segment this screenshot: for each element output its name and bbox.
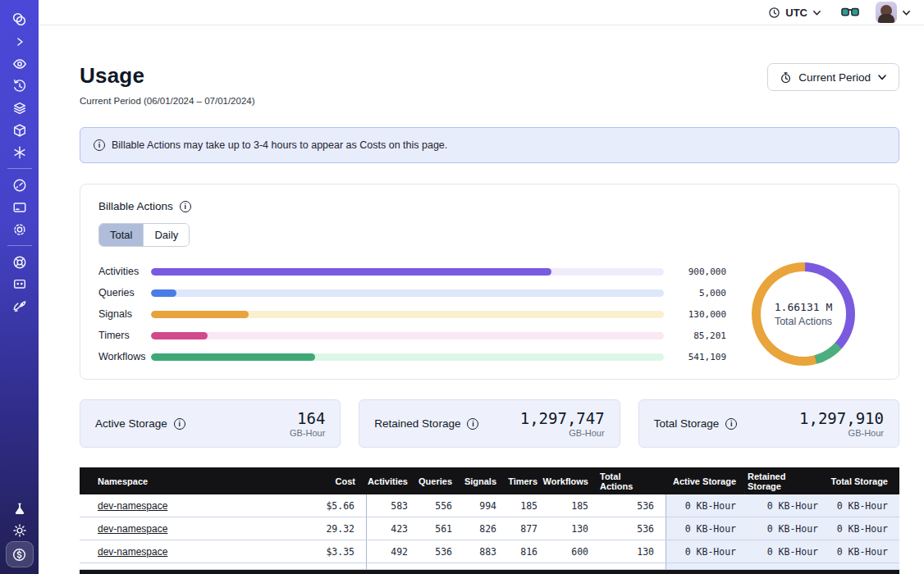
docs-monitor-icon[interactable]: [7, 273, 33, 295]
col-signals: Signals: [464, 476, 508, 486]
sidebar: [0, 0, 39, 574]
bar-label: Timers: [98, 330, 151, 341]
gauge-icon[interactable]: [7, 174, 33, 196]
topbar: UTC: [39, 0, 924, 25]
cell-timers: 877: [508, 517, 549, 540]
cell-workflows: 185: [549, 494, 600, 517]
namespace-link[interactable]: dev-namespace: [98, 546, 167, 558]
col-namespace: Namespace: [80, 476, 268, 486]
chevron-down-icon: [812, 8, 821, 17]
bar-value: 5,000: [675, 288, 726, 298]
temporal-logo-icon[interactable]: [7, 8, 33, 30]
bar-fill: [151, 289, 176, 297]
retained-storage-label: Retained Storage: [374, 417, 460, 430]
tab-daily[interactable]: Daily: [143, 224, 189, 246]
avatar[interactable]: [876, 2, 897, 23]
settings-gear-icon[interactable]: [7, 218, 33, 240]
cell-retained-storage: 0 KB-Hour: [748, 517, 830, 540]
period-selector-button[interactable]: Current Period: [767, 63, 899, 91]
total-actions-donut: 1.66131 M Total Actions: [752, 262, 855, 366]
sidebar-divider: [7, 168, 32, 169]
timezone-label: UTC: [785, 7, 807, 19]
tab-total[interactable]: Total: [99, 224, 143, 246]
cell-queries: 561: [419, 517, 464, 540]
collapse-chevron-icon[interactable]: [7, 30, 33, 52]
col-cost: Cost: [268, 476, 367, 486]
cell-cost: $3.35: [268, 540, 367, 563]
bar-value: 541,109: [675, 352, 726, 362]
timezone-selector[interactable]: UTC: [768, 7, 821, 19]
bar-row-activities: Activities 900,000: [98, 261, 726, 282]
cell-queries: 536: [419, 540, 464, 563]
storage-summary-row: Active Storage i 164 GB-Hour Retained St…: [80, 399, 899, 448]
asterisk-icon[interactable]: [7, 141, 33, 163]
cell-timers: 185: [508, 494, 549, 517]
cell-workflows: 600: [549, 540, 600, 563]
app-window: UTC Usage Current Period (06/01/2024 – 0…: [0, 0, 924, 574]
retained-storage-card: Retained Storage i 1,297,747 GB-Hour: [359, 399, 620, 448]
namespace-link[interactable]: dev-namespace: [98, 500, 167, 512]
cell-signals: 826: [464, 517, 508, 540]
active-storage-unit: GB-Hour: [290, 428, 325, 438]
cell-active-storage: 0 KB-Hour: [666, 517, 748, 540]
active-storage-value: 164: [290, 409, 325, 427]
glasses-icon[interactable]: [841, 7, 859, 18]
bar-row-workflows: Workflows 541,109: [98, 346, 726, 367]
info-banner: i Billable Actions may take up to 3-4 ho…: [80, 127, 899, 163]
info-icon[interactable]: i: [180, 201, 191, 212]
total-storage-label: Total Storage: [654, 417, 720, 430]
table-row: dev-namespace $3.35 492 536 883 816 600 …: [80, 540, 899, 563]
billing-card-icon[interactable]: [7, 196, 33, 218]
retained-storage-value: 1,297,747: [520, 409, 605, 427]
bar-label: Workflows: [98, 351, 151, 362]
total-storage-value: 1,297,910: [799, 409, 884, 427]
labs-flask-icon[interactable]: [7, 497, 33, 519]
billable-actions-title: Billable Actions: [98, 200, 173, 212]
bar-track: [151, 332, 664, 339]
usage-dollar-icon[interactable]: [6, 541, 34, 567]
page-subtitle: Current Period (06/01/2024 – 07/01/2024): [80, 96, 255, 106]
support-lifebuoy-icon[interactable]: [7, 251, 33, 273]
cell-queries: 556: [419, 494, 464, 517]
bar-value: 900,000: [675, 266, 726, 277]
cell-activities: 423: [367, 517, 419, 540]
bar-fill: [151, 353, 315, 361]
col-activities: Activities: [367, 476, 419, 486]
billable-actions-card: Billable Actions i Total Daily Activitie…: [80, 184, 899, 380]
cell-cost: $5.66: [268, 494, 367, 517]
col-total-actions: Total Actions: [600, 472, 666, 491]
info-icon[interactable]: i: [467, 418, 478, 430]
namespaces-eye-icon[interactable]: [7, 52, 33, 75]
layers-icon[interactable]: [7, 97, 33, 119]
col-retained-storage: Retained Storage: [748, 472, 830, 491]
history-clock-icon[interactable]: [7, 75, 33, 97]
cell-total-storage: 0 KB-Hour: [830, 494, 899, 517]
sidebar-divider: [7, 245, 32, 246]
active-storage-label: Active Storage: [95, 417, 167, 430]
cell-total-storage: 0 KB-Hour: [830, 517, 899, 540]
rocket-icon[interactable]: [7, 295, 33, 317]
cell-total-actions: 536: [600, 494, 666, 517]
user-menu[interactable]: [876, 2, 911, 23]
total-storage-card: Total Storage i 1,297,910 GB-Hour: [638, 399, 899, 448]
col-queries: Queries: [419, 476, 464, 486]
bar-value: 85,201: [675, 330, 726, 341]
info-icon[interactable]: i: [725, 418, 737, 430]
cell-cost: 29.32: [268, 517, 367, 540]
donut-center-label: Total Actions: [775, 316, 832, 327]
bar-fill: [151, 332, 208, 339]
bar-row-timers: Timers 85,201: [98, 325, 726, 346]
page-header: Usage Current Period (06/01/2024 – 07/01…: [80, 63, 899, 106]
namespace-link[interactable]: dev-namespace: [98, 523, 167, 535]
bar-track: [151, 353, 664, 361]
bar-value: 130,000: [675, 309, 726, 320]
cube-icon[interactable]: [7, 119, 33, 141]
bar-track: [151, 289, 664, 297]
info-icon[interactable]: i: [174, 418, 185, 430]
total-daily-toggle: Total Daily: [98, 223, 190, 247]
cell-retained-storage: 0 KB-Hour: [748, 540, 830, 563]
theme-sun-icon[interactable]: [7, 519, 33, 541]
active-storage-card: Active Storage i 164 GB-Hour: [80, 399, 341, 448]
bar-track: [151, 268, 664, 276]
table-row-partial: [80, 563, 899, 570]
